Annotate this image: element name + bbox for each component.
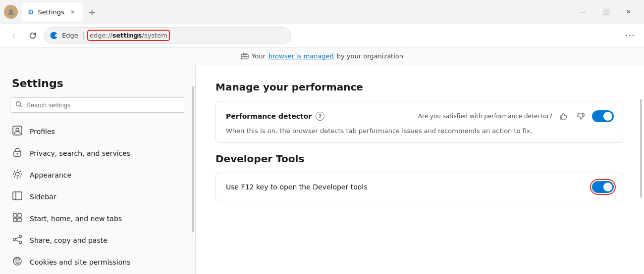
sidebar-item-appearance[interactable]: Appearance bbox=[0, 164, 195, 186]
devtools-label: Use F12 key to open the Developer tools bbox=[226, 183, 367, 191]
svg-rect-17 bbox=[13, 192, 22, 200]
profiles-label: Profiles bbox=[30, 128, 55, 136]
managed-text-before: Your bbox=[252, 52, 266, 60]
back-button[interactable] bbox=[6, 28, 22, 44]
svg-point-11 bbox=[13, 174, 14, 175]
profiles-icon bbox=[12, 126, 23, 137]
svg-rect-26 bbox=[15, 259, 17, 260]
svg-rect-19 bbox=[18, 214, 21, 217]
cookies-label: Cookies and site permissions bbox=[30, 258, 131, 266]
svg-rect-18 bbox=[13, 214, 17, 217]
sidebar-item-sidebar[interactable]: Sidebar bbox=[0, 186, 195, 208]
managed-banner: Your browser is managed by your organiza… bbox=[0, 47, 644, 65]
sidebar-item-cookies[interactable]: Cookies and site permissions bbox=[0, 251, 195, 273]
thumbdown-button[interactable] bbox=[574, 109, 588, 123]
svg-point-12 bbox=[21, 174, 22, 175]
devtools-card: Use F12 key to open the Developer tools bbox=[215, 173, 624, 201]
briefcase-icon bbox=[241, 51, 249, 61]
start-icon bbox=[12, 213, 23, 225]
address-divider: | bbox=[82, 31, 85, 40]
address-protocol: edge:// bbox=[90, 32, 112, 39]
feedback-area: Are you satisfied with performance detec… bbox=[418, 109, 614, 123]
performance-section-title: Manage your performance bbox=[215, 81, 624, 93]
svg-point-24 bbox=[13, 238, 16, 241]
svg-point-25 bbox=[13, 257, 21, 265]
privacy-icon bbox=[12, 147, 23, 159]
settings-tab-icon: ⚙ bbox=[28, 8, 34, 16]
managed-text-after: by your organization bbox=[337, 52, 403, 60]
svg-point-23 bbox=[19, 241, 22, 244]
svg-point-15 bbox=[20, 171, 21, 172]
sidebar-icon bbox=[12, 191, 23, 203]
nav-bar: Edge | edge://Developer Toolssettings/sy… bbox=[0, 24, 644, 47]
tab-close-button[interactable]: ✕ bbox=[68, 7, 77, 16]
sidebar-item-privacy[interactable]: Privacy, search, and services bbox=[0, 142, 195, 164]
performance-detector-toggle[interactable] bbox=[592, 110, 614, 122]
svg-point-8 bbox=[15, 172, 19, 176]
sidebar-scrollbar[interactable] bbox=[192, 86, 194, 232]
svg-point-9 bbox=[17, 170, 18, 171]
sidebar: Settings Profiles bbox=[0, 65, 196, 274]
share-label: Share, copy and paste bbox=[30, 236, 107, 244]
devtools-section-title: Developer Tools bbox=[215, 153, 624, 165]
search-icon bbox=[15, 101, 22, 109]
main-layout: Settings Profiles bbox=[0, 65, 644, 274]
window-controls: — ⬜ ✕ bbox=[572, 4, 640, 20]
address-url: edge://Developer Toolssettings/system bbox=[89, 32, 168, 39]
share-icon bbox=[12, 234, 23, 246]
svg-point-22 bbox=[19, 235, 22, 238]
sidebar-title: Settings bbox=[0, 77, 195, 97]
devtools-toggle[interactable] bbox=[592, 181, 614, 193]
performance-detector-label: Performance detector bbox=[226, 112, 312, 120]
svg-point-13 bbox=[14, 171, 15, 172]
title-bar: ⚙ Settings ✕ + — ⬜ ✕ bbox=[0, 0, 644, 24]
search-input[interactable] bbox=[26, 101, 180, 109]
svg-point-16 bbox=[14, 177, 15, 178]
cookies-icon bbox=[12, 256, 23, 268]
new-tab-button[interactable]: + bbox=[85, 5, 99, 19]
appearance-label: Appearance bbox=[30, 171, 71, 179]
edge-label: Edge bbox=[62, 32, 78, 39]
content-area: Manage your performance Performance dete… bbox=[196, 65, 644, 274]
performance-help-icon[interactable]: ? bbox=[316, 112, 324, 121]
svg-rect-21 bbox=[18, 218, 21, 222]
address-settings-bold: settings bbox=[112, 32, 142, 39]
content-scrollbar[interactable] bbox=[640, 99, 642, 198]
sidebar-item-share[interactable]: Share, copy and paste bbox=[0, 229, 195, 251]
avatar bbox=[4, 5, 18, 19]
svg-point-10 bbox=[17, 178, 18, 179]
devtools-row: Use F12 key to open the Developer tools bbox=[226, 181, 614, 193]
svg-point-5 bbox=[16, 128, 19, 131]
feedback-text: Are you satisfied with performance detec… bbox=[418, 113, 552, 120]
managed-link[interactable]: browser is managed bbox=[268, 52, 334, 60]
address-bar[interactable]: Edge | edge://Developer Toolssettings/sy… bbox=[44, 27, 291, 44]
thumbup-button[interactable] bbox=[556, 109, 570, 123]
svg-point-7 bbox=[17, 153, 18, 155]
privacy-label: Privacy, search, and services bbox=[30, 149, 130, 157]
sidebar-label: Sidebar bbox=[30, 193, 56, 201]
edge-logo-icon bbox=[50, 32, 58, 40]
settings-tab[interactable]: ⚙ Settings ✕ bbox=[22, 3, 83, 21]
performance-detector-card: Performance detector ? Are you satisfied… bbox=[215, 101, 624, 143]
search-box[interactable] bbox=[10, 97, 185, 113]
settings-tab-label: Settings bbox=[38, 8, 64, 16]
sidebar-item-profiles[interactable]: Profiles bbox=[0, 121, 195, 142]
svg-rect-20 bbox=[13, 218, 17, 222]
svg-point-14 bbox=[20, 177, 21, 178]
address-path: /system bbox=[142, 32, 167, 39]
performance-card-row: Performance detector ? Are you satisfied… bbox=[226, 109, 614, 123]
more-options-button[interactable]: ··· bbox=[622, 28, 638, 44]
sidebar-item-start[interactable]: Start, home, and new tabs bbox=[0, 208, 195, 229]
maximize-button[interactable]: ⬜ bbox=[594, 4, 617, 20]
close-button[interactable]: ✕ bbox=[617, 4, 640, 20]
minimize-button[interactable]: — bbox=[572, 4, 594, 20]
svg-rect-27 bbox=[18, 259, 20, 260]
performance-detector-description: When this is on, the browser detects tab… bbox=[226, 127, 614, 135]
refresh-button[interactable] bbox=[25, 28, 41, 44]
start-label: Start, home, and new tabs bbox=[30, 215, 122, 223]
appearance-icon bbox=[12, 169, 23, 181]
